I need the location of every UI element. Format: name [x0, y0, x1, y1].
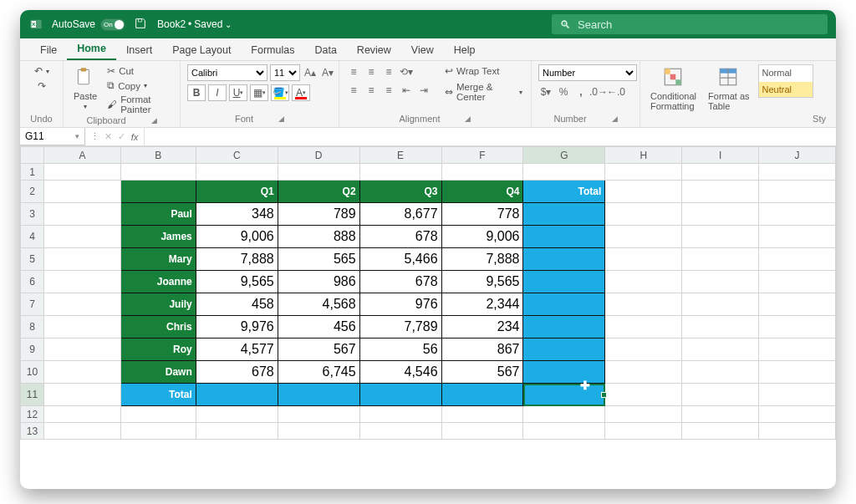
- toggle-switch[interactable]: On: [100, 18, 125, 31]
- tab-page-layout[interactable]: Page Layout: [162, 40, 241, 60]
- title-bar: X AutoSave On Book2 • Saved ⌄ 🔍︎ Search: [20, 10, 836, 38]
- row-header-8[interactable]: 8: [21, 316, 44, 339]
- copy-button[interactable]: ⧉Copy▾: [105, 79, 173, 92]
- excel-icon: X: [28, 17, 43, 32]
- row-header-7[interactable]: 7: [21, 293, 44, 316]
- wrap-text-button[interactable]: ↩Wrap Text: [443, 64, 524, 78]
- row-header-1[interactable]: 1: [21, 164, 44, 181]
- italic-button[interactable]: I: [208, 84, 227, 101]
- bold-button[interactable]: B: [187, 84, 206, 101]
- redo-button[interactable]: ↷: [36, 79, 48, 93]
- tab-data[interactable]: Data: [304, 40, 346, 60]
- row-header-13[interactable]: 13: [21, 423, 44, 440]
- clipboard-launcher-icon[interactable]: ◢: [151, 116, 157, 125]
- tab-review[interactable]: Review: [347, 40, 401, 60]
- row-header-12[interactable]: 12: [21, 406, 44, 423]
- enter-formula-icon[interactable]: ✓: [115, 131, 127, 142]
- chevron-down-icon: ▾: [75, 132, 79, 140]
- comma-format-icon[interactable]: ,: [573, 84, 588, 99]
- align-middle-icon[interactable]: ≡: [364, 64, 379, 79]
- format-as-table-button[interactable]: Format as Table: [705, 64, 753, 113]
- col-header-g[interactable]: G: [523, 147, 605, 164]
- fx-icon[interactable]: fx: [129, 132, 140, 142]
- font-family-select[interactable]: Calibri: [187, 64, 268, 81]
- decrease-indent-icon[interactable]: ⇤: [399, 83, 414, 98]
- font-launcher-icon[interactable]: ◢: [278, 115, 284, 123]
- cut-button[interactable]: ✂Cut: [105, 64, 173, 78]
- align-left-icon[interactable]: ≡: [346, 83, 361, 98]
- align-top-icon[interactable]: ≡: [346, 64, 361, 79]
- svg-rect-7: [665, 69, 670, 74]
- autosave-label: AutoSave: [52, 18, 95, 30]
- svg-rect-9: [675, 79, 681, 85]
- tab-insert[interactable]: Insert: [116, 40, 162, 60]
- row-header-10[interactable]: 10: [21, 361, 44, 384]
- underline-button[interactable]: U▾: [229, 84, 247, 101]
- font-color-button[interactable]: A▾: [292, 84, 310, 101]
- tab-formulas[interactable]: Formulas: [241, 40, 304, 60]
- row-header-6[interactable]: 6: [21, 271, 44, 293]
- align-right-icon[interactable]: ≡: [381, 83, 396, 98]
- accounting-format-icon[interactable]: $▾: [538, 84, 553, 99]
- col-header-d[interactable]: D: [278, 147, 359, 164]
- fill-handle[interactable]: [601, 392, 607, 398]
- increase-decimal-icon[interactable]: .0→: [591, 84, 606, 99]
- svg-rect-5: [81, 68, 87, 71]
- spreadsheet-grid[interactable]: A B C D E F G H I J 1 2 Q1 Q2: [20, 146, 836, 489]
- svg-text:X: X: [32, 22, 35, 27]
- document-title[interactable]: Book2 • Saved ⌄: [157, 18, 232, 30]
- col-header-h[interactable]: H: [605, 147, 682, 164]
- tab-file[interactable]: File: [30, 40, 67, 60]
- row-header-5[interactable]: 5: [21, 248, 44, 271]
- cell-styles-gallery[interactable]: Normal Neutral: [758, 64, 813, 98]
- col-header-e[interactable]: E: [359, 147, 441, 164]
- number-launcher-icon[interactable]: ◢: [612, 115, 618, 123]
- col-header-a[interactable]: A: [43, 147, 120, 164]
- row-header-4[interactable]: 4: [21, 226, 44, 248]
- row-header-9[interactable]: 9: [21, 339, 44, 361]
- decrease-decimal-icon[interactable]: ←.0: [609, 84, 624, 99]
- decrease-font-icon[interactable]: A▾: [320, 65, 335, 80]
- orientation-icon[interactable]: ⟲▾: [399, 64, 414, 79]
- formula-bar: G11 ▾ ⋮ ✕ ✓ fx: [20, 128, 836, 146]
- fill-color-button[interactable]: 🪣▾: [271, 84, 289, 101]
- style-normal[interactable]: Normal: [759, 65, 813, 80]
- search-icon: 🔍︎: [560, 18, 571, 31]
- cancel-formula-icon[interactable]: ✕: [102, 131, 114, 142]
- alignment-launcher-icon[interactable]: ◢: [465, 115, 471, 123]
- save-icon[interactable]: [134, 17, 149, 32]
- number-format-select[interactable]: Number: [538, 64, 637, 81]
- select-all-corner[interactable]: [21, 147, 44, 164]
- col-header-f[interactable]: F: [441, 147, 523, 164]
- percent-format-icon[interactable]: %: [556, 84, 571, 99]
- search-box[interactable]: 🔍︎ Search: [552, 14, 828, 34]
- col-header-c[interactable]: C: [196, 147, 278, 164]
- formula-input[interactable]: [145, 128, 836, 145]
- group-undo-label: Undo: [27, 114, 56, 125]
- excel-window: X AutoSave On Book2 • Saved ⌄ 🔍︎ Search …: [20, 10, 836, 489]
- undo-button[interactable]: ↶▾: [33, 64, 51, 78]
- increase-indent-icon[interactable]: ⇥: [416, 83, 431, 98]
- col-header-j[interactable]: J: [759, 147, 836, 164]
- font-size-select[interactable]: 11: [270, 64, 300, 81]
- col-header-i[interactable]: I: [682, 147, 759, 164]
- tab-view[interactable]: View: [401, 40, 444, 60]
- row-header-3[interactable]: 3: [21, 203, 44, 226]
- tab-home[interactable]: Home: [67, 38, 116, 60]
- tab-help[interactable]: Help: [444, 40, 486, 60]
- name-box[interactable]: G11 ▾: [20, 128, 85, 145]
- paste-button[interactable]: Paste ▾: [70, 64, 100, 112]
- col-header-b[interactable]: B: [120, 147, 196, 164]
- style-neutral[interactable]: Neutral: [759, 82, 813, 97]
- align-bottom-icon[interactable]: ≡: [381, 64, 396, 79]
- merge-center-button[interactable]: ⇔Merge & Center▾: [443, 81, 524, 103]
- borders-button[interactable]: ▦▾: [250, 84, 268, 101]
- row-header-2[interactable]: 2: [21, 181, 44, 203]
- autosave-toggle[interactable]: AutoSave On: [52, 18, 125, 31]
- row-header-11[interactable]: 11: [21, 384, 44, 406]
- format-painter-button[interactable]: 🖌Format Painter: [105, 94, 173, 115]
- conditional-formatting-button[interactable]: Conditional Formatting: [647, 64, 700, 113]
- increase-font-icon[interactable]: A▴: [303, 65, 318, 80]
- align-center-icon[interactable]: ≡: [364, 83, 379, 98]
- cell-g11[interactable]: [523, 384, 605, 406]
